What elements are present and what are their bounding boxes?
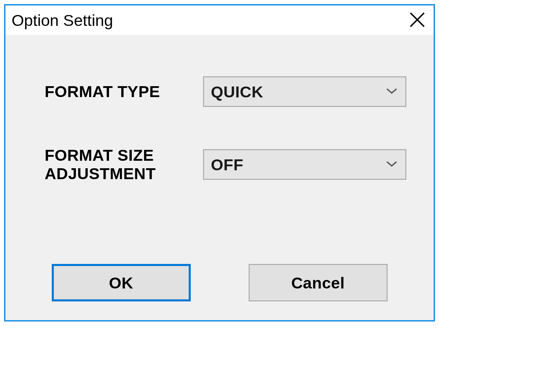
dialog-body: FORMAT TYPE QUICK FORMAT SIZE ADJUSTMENT…	[5, 35, 434, 183]
format-size-adjustment-select[interactable]: OFF	[203, 149, 406, 180]
close-button[interactable]	[407, 10, 427, 31]
format-size-adjustment-row: FORMAT SIZE ADJUSTMENT OFF	[45, 146, 406, 183]
format-size-adjustment-label: FORMAT SIZE ADJUSTMENT	[45, 146, 203, 183]
close-icon	[409, 12, 425, 29]
dialog-title: Option Setting	[12, 11, 113, 30]
cancel-button[interactable]: Cancel	[249, 264, 388, 301]
format-type-label: FORMAT TYPE	[45, 82, 203, 101]
ok-button-label: OK	[109, 273, 134, 292]
format-type-value: QUICK	[211, 82, 263, 101]
chevron-down-icon	[386, 160, 398, 169]
format-size-adjustment-value: OFF	[211, 155, 243, 174]
cancel-button-label: Cancel	[291, 273, 345, 292]
chevron-down-icon	[386, 87, 398, 96]
option-setting-dialog: Option Setting FORMAT TYPE QUICK	[4, 4, 435, 322]
format-type-select[interactable]: QUICK	[203, 76, 406, 107]
format-type-row: FORMAT TYPE QUICK	[45, 76, 406, 107]
ok-button[interactable]: OK	[52, 264, 191, 301]
titlebar: Option Setting	[5, 5, 434, 35]
button-row: OK Cancel	[5, 264, 434, 301]
